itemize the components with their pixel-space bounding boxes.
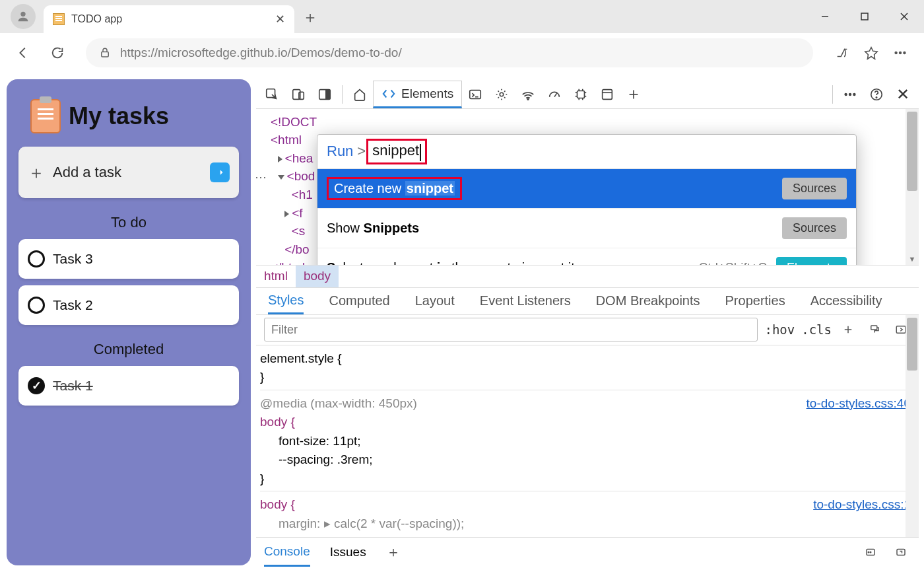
application-tab-icon[interactable] [594,81,620,108]
favorite-icon[interactable] [859,41,883,65]
read-aloud-icon[interactable] [830,41,854,65]
tab-close-icon[interactable]: ✕ [275,12,285,26]
tab-title: TODO app [71,13,269,25]
device-toolbar-icon[interactable] [285,81,312,108]
window-minimize-button[interactable] [805,0,845,33]
url-text: https://microsoftedge.github.io/Demos/de… [120,46,402,60]
svg-rect-21 [578,90,585,98]
add-task-input[interactable]: ＋ Add a task [18,147,239,198]
checkbox-icon[interactable] [28,297,45,314]
plus-icon: ＋ [28,161,45,184]
task-item-done[interactable]: Task 1 [18,366,239,406]
source-link[interactable]: to-do-styles.css:40 [807,394,911,413]
svg-point-7 [895,52,897,54]
svg-rect-2 [861,13,868,20]
help-icon[interactable] [863,81,890,108]
breadcrumb-item-selected[interactable]: body [296,266,339,287]
svg-rect-16 [470,90,481,98]
page-title: My tasks [69,102,169,130]
add-task-label: Add a task [53,164,121,181]
memory-tab-icon[interactable] [568,81,594,108]
issues-drawer-tab[interactable]: Issues [330,545,366,559]
elements-tab[interactable]: Elements [373,81,462,108]
submit-task-button[interactable] [210,162,230,182]
task-label: Task 2 [53,297,93,313]
new-tab-button[interactable]: ＋ [302,7,318,33]
command-menu-item-selected[interactable]: Create new snippet Sources [317,169,856,209]
network-tab-icon[interactable] [515,81,541,108]
svg-rect-30 [603,90,612,100]
todo-app: My tasks ＋ Add a task To do Task 3 Task … [7,79,251,565]
checkbox-icon[interactable] [28,250,45,268]
source-link[interactable]: to-do-styles.css:1 [813,495,911,515]
drawer-issues-icon[interactable] [861,542,880,562]
svg-point-34 [845,94,847,96]
more-menu-icon[interactable] [888,41,912,65]
drawer-expand-icon[interactable] [891,542,911,562]
checkbox-checked-icon[interactable] [28,377,45,394]
devtools-drawer: Console Issues ＋ [256,537,919,567]
panel-badge: Elements [776,257,847,265]
svg-rect-42 [896,326,906,334]
more-tabs-icon[interactable] [620,81,647,108]
devtools-close-icon[interactable]: ✕ [890,81,916,108]
scrollbar[interactable]: ▲▼ [906,109,919,265]
lock-icon [99,47,111,59]
svg-rect-41 [871,326,877,330]
inspect-element-icon[interactable] [259,81,285,108]
svg-point-8 [900,52,902,54]
dom-tree-panel[interactable]: ⋯ <!DOCT <html <hea <bod <h1 <f <s </bo … [256,109,919,265]
clipboard-icon [30,99,61,133]
page-favicon-icon [53,13,65,25]
svg-point-44 [868,552,869,553]
scrollbar[interactable] [906,315,919,538]
keyboard-shortcut: Ctrl+Shift+C [698,260,766,265]
filter-input[interactable] [264,318,758,341]
window-close-button[interactable] [884,0,924,33]
console-tab-icon[interactable] [462,81,488,108]
new-style-rule-icon[interactable] [838,320,858,340]
command-menu-item[interactable]: Select an element in the page to inspect… [317,248,856,265]
breadcrumb-item[interactable]: html [256,266,296,287]
browser-title-bar: TODO app ✕ ＋ [0,0,924,33]
cls-toggle[interactable]: .cls [801,322,832,337]
dom-breakpoints-tab[interactable]: DOM Breakpoints [596,293,700,308]
paint-icon[interactable] [865,320,884,340]
css-rules-pane[interactable]: element.style { } to-do-styles.css:40 @m… [256,345,919,538]
svg-line-20 [554,93,557,97]
svg-rect-15 [326,90,330,100]
command-menu-item[interactable]: Show Snippets Sources [317,209,856,248]
profile-icon[interactable] [11,4,36,29]
hov-toggle[interactable]: :hov [764,322,795,337]
add-drawer-tab-icon[interactable]: ＋ [386,542,401,562]
svg-point-35 [849,94,851,96]
back-button[interactable] [12,42,34,64]
properties-tab[interactable]: Properties [725,293,785,308]
window-maximize-button[interactable] [845,0,884,33]
task-item[interactable]: Task 2 [18,285,239,325]
dom-breadcrumb[interactable]: html body [256,265,919,288]
browser-tab[interactable]: TODO app ✕ [44,5,294,33]
command-menu-input[interactable]: Run > snippet [317,135,856,169]
console-drawer-tab[interactable]: Console [264,538,310,567]
computed-tab[interactable]: Computed [329,293,389,308]
highlight-annotation: Create new snippet [327,177,462,200]
layout-tab[interactable]: Layout [415,293,455,308]
task-item[interactable]: Task 3 [18,239,239,279]
accessibility-tab[interactable]: Accessibility [810,293,882,308]
command-item-label: Select an element in the page to inspect… [327,260,575,265]
devtools-more-icon[interactable] [837,81,863,108]
svg-point-36 [853,94,855,96]
event-listeners-tab[interactable]: Event Listeners [480,293,571,308]
svg-point-9 [904,52,906,54]
svg-marker-6 [865,48,877,59]
performance-tab-icon[interactable] [541,81,568,108]
refresh-button[interactable] [46,42,69,64]
panel-badge: Sources [782,217,847,239]
sources-tab-icon[interactable] [488,81,515,108]
address-bar[interactable]: https://microsoftedge.github.io/Demos/de… [86,38,813,67]
dock-side-icon[interactable] [312,81,338,108]
svg-point-18 [500,92,504,96]
welcome-tab-icon[interactable] [346,81,373,108]
styles-tab[interactable]: Styles [268,288,304,314]
